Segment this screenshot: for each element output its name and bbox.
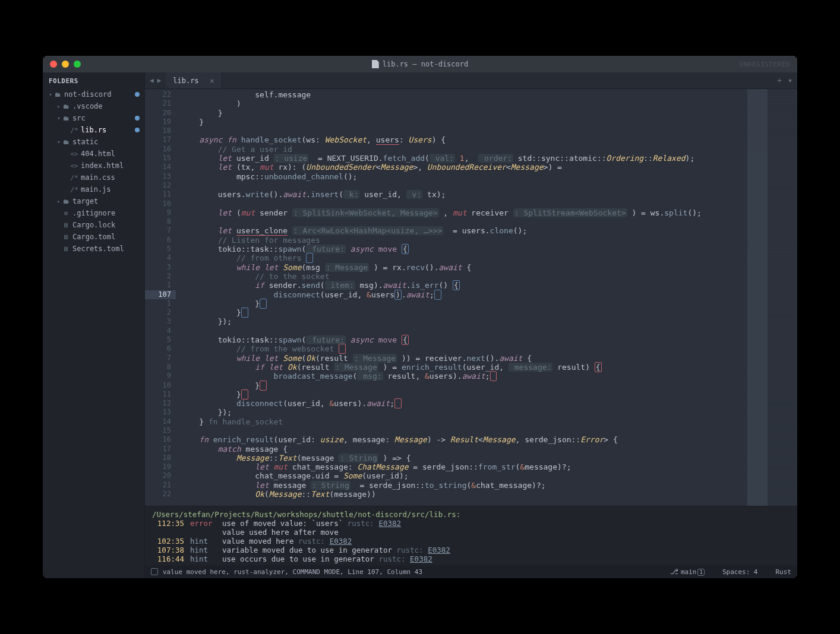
tree-item-src[interactable]: ▾🖿src xyxy=(43,112,144,124)
tab-history-nav: ◀ ▶ xyxy=(145,72,166,88)
tree-label: target xyxy=(72,197,140,205)
folder-icon: 🖿 xyxy=(62,198,70,205)
tree-label: 404.html xyxy=(81,150,140,158)
status-left: value moved here, rust-analyzer, COMMAND… xyxy=(163,568,422,576)
file-tree: ▾🖿not-discord▸🖿.vscode▾🖿src/*lib.rs▾🖿sta… xyxy=(43,88,144,255)
language-mode[interactable]: Rust xyxy=(776,568,792,576)
tree-label: Cargo.toml xyxy=(72,233,140,241)
file-icon: /* xyxy=(70,186,78,194)
traffic-lights xyxy=(50,61,81,68)
disclosure-arrow[interactable]: ▸ xyxy=(56,198,62,204)
titlebar: lib.rs — not-discord UNREGISTERED xyxy=(43,56,797,72)
panel-toggle-icon[interactable] xyxy=(151,568,158,575)
folder-icon: 🖿 xyxy=(62,138,70,146)
new-tab-icon[interactable]: + xyxy=(777,76,782,85)
minimap[interactable] xyxy=(744,89,797,506)
modified-dot-icon xyxy=(135,128,140,132)
maximize-window-button[interactable] xyxy=(74,61,81,68)
indentation-setting[interactable]: Spaces: 4 xyxy=(722,568,758,576)
editor[interactable]: 2221201918171615141312111098765432110712… xyxy=(145,89,797,506)
statusbar: value moved here, rust-analyzer, COMMAND… xyxy=(145,565,797,578)
tree-label: static xyxy=(72,138,140,146)
window-title: lib.rs — not-discord xyxy=(43,60,797,68)
unregistered-label: UNREGISTERED xyxy=(740,61,790,68)
tree-item-main-js[interactable]: /*main.js xyxy=(43,183,144,195)
disclosure-arrow[interactable]: ▾ xyxy=(48,91,53,97)
tab-label: lib.rs xyxy=(173,77,198,85)
folder-icon: 🖿 xyxy=(53,91,62,99)
main-area: ◀ ▶ lib.rs × + ▾ 22212019181716151413121… xyxy=(145,72,797,578)
diagnostics-path: /Users/stefan/Projects/Rust/workshops/sh… xyxy=(152,510,790,519)
tree-label: index.html xyxy=(81,161,140,170)
disclosure-arrow[interactable]: ▾ xyxy=(56,115,62,121)
sidebar-header: FOLDERS xyxy=(43,72,144,88)
diagnostic-row[interactable]: 107:38hintvariable moved due to use in g… xyxy=(152,546,790,554)
diagnostic-row[interactable]: 116:44hintuse occurs due to use in gener… xyxy=(152,554,790,563)
tree-label: Cargo.lock xyxy=(72,221,140,229)
file-icon: 🗎 xyxy=(62,233,70,241)
tree-label: not-discord xyxy=(64,90,132,99)
tree-label: .vscode xyxy=(72,102,140,110)
disclosure-arrow[interactable]: ▾ xyxy=(56,139,62,145)
file-icon: /* xyxy=(70,174,78,182)
tree-item-secrets-toml[interactable]: 🗎Secrets.toml xyxy=(43,243,144,255)
tree-item-cargo-lock[interactable]: 🗎Cargo.lock xyxy=(43,219,144,231)
gutter: 2221201918171615141312111098765432110712… xyxy=(145,89,176,506)
tree-label: main.css xyxy=(81,173,140,182)
file-icon: 🗎 xyxy=(62,245,70,253)
tree-label: Secrets.toml xyxy=(72,245,140,253)
diagnostic-row[interactable]: 112:35erroruse of moved value: `users` r… xyxy=(152,519,790,528)
tree-item--gitignore[interactable]: ≡.gitignore xyxy=(43,207,144,219)
tree-item-static[interactable]: ▾🖿static xyxy=(43,136,144,148)
git-branch[interactable]: main1 xyxy=(670,568,705,576)
file-icon: 🗎 xyxy=(62,221,70,229)
file-icon: ≡ xyxy=(62,210,70,217)
tree-label: .gitignore xyxy=(72,209,140,217)
minimize-window-button[interactable] xyxy=(62,61,69,68)
tree-item-index-html[interactable]: <>index.html xyxy=(43,160,144,172)
tree-item-404-html[interactable]: <>404.html xyxy=(43,148,144,160)
tab-lib-rs[interactable]: lib.rs × xyxy=(166,72,222,88)
tree-item-main-css[interactable]: /*main.css xyxy=(43,172,144,183)
file-icon: /* xyxy=(70,126,78,134)
tree-item-cargo-toml[interactable]: 🗎Cargo.toml xyxy=(43,231,144,243)
code-area[interactable]: self.message ) } } async fn handle_socke… xyxy=(176,89,744,506)
folder-icon: 🖿 xyxy=(62,103,70,110)
document-icon xyxy=(372,60,379,68)
tab-menu-icon[interactable]: ▾ xyxy=(788,76,792,85)
tree-label: src xyxy=(72,114,132,122)
tree-label: lib.rs xyxy=(81,126,132,134)
diagnostics-panel: /Users/stefan/Projects/Rust/workshops/sh… xyxy=(145,506,797,565)
tree-item-target[interactable]: ▸🖿target xyxy=(43,195,144,207)
window-title-text: lib.rs — not-discord xyxy=(383,60,469,68)
nav-back-icon[interactable]: ◀ xyxy=(149,75,155,85)
tab-close-icon[interactable]: × xyxy=(210,76,214,85)
file-icon: <> xyxy=(70,150,78,158)
modified-dot-icon xyxy=(135,92,140,97)
tree-item--vscode[interactable]: ▸🖿.vscode xyxy=(43,100,144,112)
disclosure-arrow[interactable]: ▸ xyxy=(56,103,62,109)
close-window-button[interactable] xyxy=(50,61,57,68)
tree-label: main.js xyxy=(81,185,140,194)
tabbar: ◀ ▶ lib.rs × + ▾ xyxy=(145,72,797,89)
tree-item-lib-rs[interactable]: /*lib.rs xyxy=(43,124,144,136)
sidebar: FOLDERS ▾🖿not-discord▸🖿.vscode▾🖿src/*lib… xyxy=(43,72,145,578)
tree-item-not-discord[interactable]: ▾🖿not-discord xyxy=(43,88,144,100)
diagnostic-row[interactable]: value used here after move xyxy=(152,528,790,537)
diagnostic-row[interactable]: 102:35hintvalue moved here rustc: E0382 xyxy=(152,537,790,546)
nav-forward-icon[interactable]: ▶ xyxy=(156,75,163,85)
file-icon: <> xyxy=(70,162,78,170)
folder-icon: 🖿 xyxy=(62,115,70,122)
modified-dot-icon xyxy=(135,116,140,121)
editor-window: lib.rs — not-discord UNREGISTERED FOLDER… xyxy=(43,56,797,578)
